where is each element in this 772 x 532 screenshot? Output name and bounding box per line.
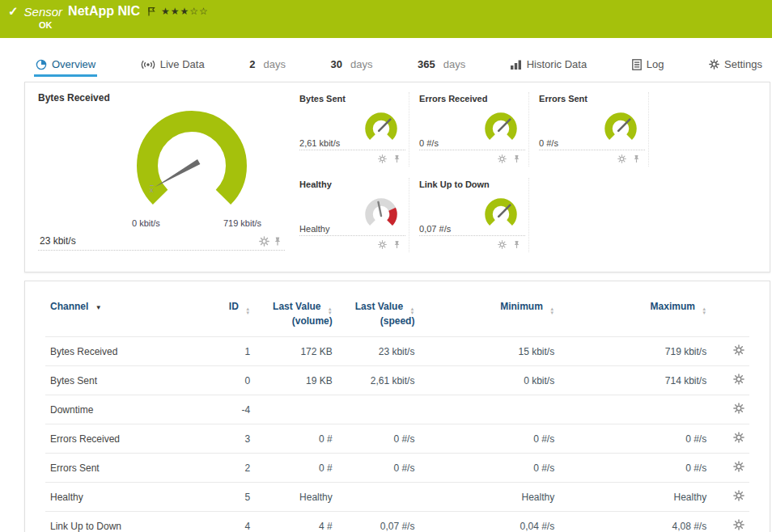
channel-settings-icon[interactable] xyxy=(733,519,744,530)
maximum-value: Healthy xyxy=(559,483,711,512)
tab-label: Settings xyxy=(724,58,762,70)
sort-caret-icon: ▼ xyxy=(95,304,102,311)
tab-30-days[interactable]: 30 days xyxy=(329,55,375,77)
channel-name: Errors Received xyxy=(45,424,197,454)
gauge-pin-icon[interactable] xyxy=(393,240,401,249)
last-value-volume: 0 # xyxy=(255,424,337,454)
channel-name: Errors Sent xyxy=(45,454,197,483)
tab-settings[interactable]: Settings xyxy=(707,55,764,77)
channel-settings-icon[interactable] xyxy=(733,432,744,443)
gauge-settings-icon[interactable] xyxy=(617,154,626,163)
priority-stars[interactable]: ★★★☆☆ xyxy=(161,6,209,17)
gauge-min-label: 0 kbit/s xyxy=(132,218,160,228)
gauge-max-label: 719 kbit/s xyxy=(223,218,261,228)
channel-settings-icon[interactable] xyxy=(733,461,744,472)
channel-table: Channel ▼ ID ▲▼ Last Value ▲▼ (volume) L… xyxy=(45,293,749,532)
sort-icon: ▲▼ xyxy=(328,307,333,315)
small-gauge-dial xyxy=(358,195,404,235)
tab-label: days xyxy=(443,58,465,70)
gauge-pin-icon[interactable] xyxy=(633,154,640,163)
channel-name: Link Up to Down xyxy=(45,512,197,532)
small-gauges-grid: Bytes Sent 2,61 kbit/s Errors Received 0… xyxy=(290,92,765,264)
maximum-value: 0 #/s xyxy=(559,454,711,483)
tab-live-data[interactable]: Live Data xyxy=(139,55,206,77)
maximum-value: 719 kbit/s xyxy=(559,337,711,366)
channel-table-panel: Channel ▼ ID ▲▼ Last Value ▲▼ (volume) L… xyxy=(24,281,770,532)
gauge-pin-icon[interactable] xyxy=(274,236,282,247)
channel-name: Downtime xyxy=(45,395,197,424)
minimum-value: 15 kbit/s xyxy=(419,337,559,366)
col-label: Last Value xyxy=(273,301,320,312)
small-gauge-title: Errors Received xyxy=(419,94,525,103)
small-gauge-value: Healthy xyxy=(299,224,329,235)
channel-id: -4 xyxy=(197,395,255,424)
channel-id: 0 xyxy=(197,366,255,395)
last-value-volume: Healthy xyxy=(255,483,337,512)
sensor-kind-label: Sensor xyxy=(24,5,63,19)
settings-gear-icon xyxy=(709,59,719,70)
minimum-value: 0 kbit/s xyxy=(419,366,559,395)
small-gauge-dial xyxy=(478,109,524,150)
last-value-speed xyxy=(337,483,420,512)
channel-name: Bytes Sent xyxy=(45,366,197,395)
col-header-last-value-volume[interactable]: Last Value ▲▼ (volume) xyxy=(255,293,337,337)
gauge-pin-icon[interactable] xyxy=(513,154,520,163)
gauge-settings-icon[interactable] xyxy=(259,236,269,247)
table-row: Healthy 5 Healthy Healthy Healthy xyxy=(45,483,749,512)
tab-overview[interactable]: Overview xyxy=(34,55,97,77)
channel-settings-icon[interactable] xyxy=(733,344,744,356)
maximum-value: 4,08 #/s xyxy=(559,512,711,532)
tab-bar: Overview Live Data 2 days 30 days 365 da… xyxy=(0,53,772,77)
gauge-pin-icon[interactable] xyxy=(513,240,520,249)
flag-icon[interactable] xyxy=(147,6,155,17)
table-header-row: Channel ▼ ID ▲▼ Last Value ▲▼ (volume) L… xyxy=(45,293,749,337)
col-header-maximum[interactable]: Maximum ▲▼ xyxy=(559,293,711,337)
last-value-volume xyxy=(255,395,337,424)
gauge-errors-received: Errors Received 0 #/s xyxy=(409,92,529,167)
channel-settings-icon[interactable] xyxy=(733,374,744,385)
channel-id: 1 xyxy=(197,337,255,366)
gauge-settings-icon[interactable] xyxy=(378,240,387,249)
col-label: Channel xyxy=(50,301,88,312)
table-row: Errors Received 3 0 # 0 #/s 0 #/s 0 #/s xyxy=(45,424,749,454)
channel-id: 5 xyxy=(197,483,255,512)
col-header-id[interactable]: ID ▲▼ xyxy=(197,293,255,337)
tab-365-days[interactable]: 365 days xyxy=(416,55,467,77)
col-header-last-value-speed[interactable]: Last Value ▲▼ (speed) xyxy=(337,293,420,337)
status-ok-check-icon: ✓ xyxy=(8,4,19,19)
small-gauge-value: 0,07 #/s xyxy=(419,224,451,235)
channel-settings-icon[interactable] xyxy=(733,490,744,501)
small-gauge-dial xyxy=(598,109,643,150)
gauge-pin-icon[interactable] xyxy=(393,154,401,163)
live-data-icon xyxy=(141,60,155,70)
channel-settings-icon[interactable] xyxy=(733,403,744,414)
gauges-panel: Bytes Received x 0 kbit/s 719 kbit/s 23 … xyxy=(24,82,770,272)
log-icon xyxy=(632,59,642,70)
last-value-speed: 0 #/s xyxy=(337,454,420,483)
minimum-value xyxy=(419,395,559,424)
tab-log[interactable]: Log xyxy=(630,55,666,77)
channel-name: Healthy xyxy=(45,483,197,512)
gauge-settings-icon[interactable] xyxy=(498,240,507,249)
last-value-speed: 23 kbit/s xyxy=(337,337,420,366)
gauge-average-marker: x xyxy=(150,186,154,194)
tab-2-days[interactable]: 2 days xyxy=(248,55,287,77)
gauge-settings-icon[interactable] xyxy=(498,154,507,163)
gauge-settings-icon[interactable] xyxy=(378,154,387,163)
small-gauge-value: 0 #/s xyxy=(539,138,558,150)
last-value-speed: 0 #/s xyxy=(337,424,420,454)
col-header-minimum[interactable]: Minimum ▲▼ xyxy=(419,293,559,337)
sort-down-glyph: ▼ xyxy=(702,311,706,315)
col-label: Last Value xyxy=(355,301,403,312)
col-header-channel[interactable]: Channel ▼ xyxy=(45,293,197,337)
tab-label: Overview xyxy=(52,58,95,70)
col-label: (volume) xyxy=(292,315,333,327)
tab-label: days xyxy=(350,58,372,70)
table-row: Link Up to Down 4 4 # 0,07 #/s 0,04 #/s … xyxy=(45,512,749,532)
col-header-actions xyxy=(711,293,749,337)
last-value-volume: 19 KB xyxy=(255,366,337,395)
overview-icon xyxy=(36,59,47,70)
last-value-volume: 0 # xyxy=(255,454,337,483)
tab-number: 2 xyxy=(249,58,255,70)
tab-historic-data[interactable]: Historic Data xyxy=(509,55,588,77)
